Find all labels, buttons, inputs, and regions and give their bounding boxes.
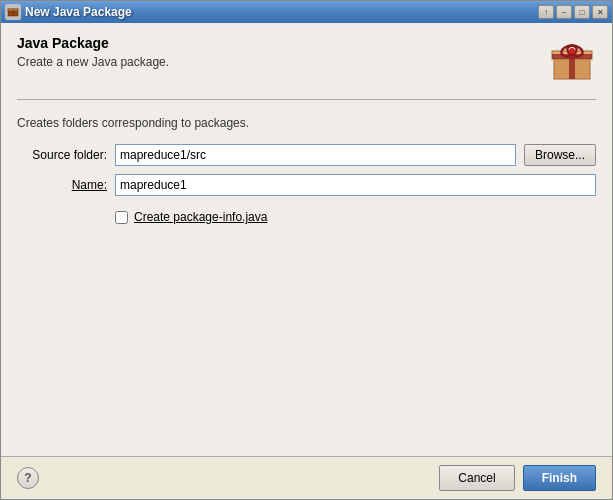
maximize-button[interactable]: □ — [574, 5, 590, 19]
svg-point-9 — [569, 48, 575, 54]
content-spacer — [17, 224, 596, 444]
window-icon — [5, 4, 21, 20]
svg-rect-5 — [569, 57, 575, 79]
cancel-button[interactable]: Cancel — [439, 465, 514, 491]
source-folder-row: Source folder: Browse... — [17, 144, 596, 166]
main-window: New Java Package ↑ − □ ✕ Java Package Cr… — [0, 0, 613, 500]
section-divider — [17, 99, 596, 100]
help-button[interactable]: ? — [17, 467, 39, 489]
package-icon — [548, 35, 596, 83]
browse-button[interactable]: Browse... — [524, 144, 596, 166]
name-input[interactable] — [115, 174, 596, 196]
up-button[interactable]: ↑ — [538, 5, 554, 19]
close-button[interactable]: ✕ — [592, 5, 608, 19]
name-row: Name: — [17, 174, 596, 196]
title-bar-left: New Java Package — [5, 4, 132, 20]
footer-left: ? — [17, 467, 39, 489]
name-label: Name: — [17, 178, 107, 192]
footer: ? Cancel Finish — [1, 456, 612, 499]
finish-button[interactable]: Finish — [523, 465, 596, 491]
header-section: Java Package Create a new Java package. — [17, 35, 596, 83]
title-bar: New Java Package ↑ − □ ✕ — [1, 1, 612, 23]
window-title: New Java Package — [25, 5, 132, 19]
source-folder-label: Source folder: — [17, 148, 107, 162]
header-subtitle: Create a new Java package. — [17, 55, 169, 69]
footer-right: Cancel Finish — [439, 465, 596, 491]
description-text: Creates folders corresponding to package… — [17, 116, 596, 130]
title-bar-controls: ↑ − □ ✕ — [538, 5, 608, 19]
checkbox-label[interactable]: Create package-info.java — [134, 210, 267, 224]
header-text: Java Package Create a new Java package. — [17, 35, 169, 69]
source-folder-input[interactable] — [115, 144, 516, 166]
package-info-checkbox[interactable] — [115, 211, 128, 224]
form-section: Source folder: Browse... Name: Create pa… — [17, 144, 596, 224]
header-title: Java Package — [17, 35, 169, 51]
checkbox-row: Create package-info.java — [115, 210, 596, 224]
window-content: Java Package Create a new Java package. — [1, 23, 612, 456]
minimize-button[interactable]: − — [556, 5, 572, 19]
